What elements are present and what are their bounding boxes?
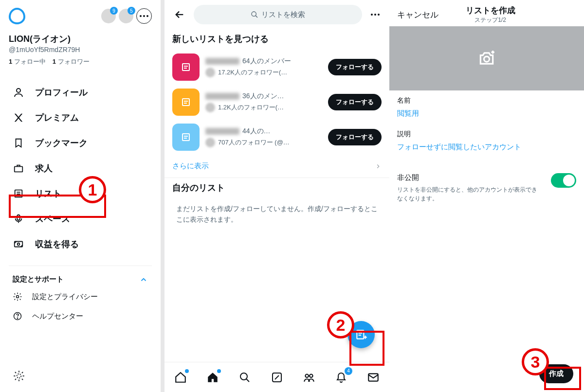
suggested-list-row[interactable]: 44人の… 707人のフォロワー (@… フォローする	[164, 120, 389, 155]
sun-icon	[13, 370, 25, 382]
follow-list-button[interactable]: フォローする	[328, 129, 382, 145]
svg-point-8	[17, 296, 19, 298]
list-followers: 707人のフォロワー (@…	[218, 138, 290, 147]
follow-stats: 1 フォロー中 1 フォロワー	[9, 57, 152, 66]
svg-point-21	[252, 12, 256, 16]
nav-monetize[interactable]: 収益を得る	[9, 232, 152, 257]
envelope-icon	[367, 371, 380, 384]
followers-stat[interactable]: 1 フォロワー	[53, 57, 90, 66]
tab-notifications[interactable]: 4	[334, 370, 348, 385]
create-list-button[interactable]: 作成	[539, 364, 573, 383]
money-icon	[13, 238, 24, 250]
svg-point-11	[17, 374, 21, 378]
own-lists-title: 自分のリスト	[164, 178, 389, 198]
search-lists-input[interactable]: リストを検索	[194, 5, 362, 24]
back-button[interactable]	[171, 6, 188, 23]
own-lists-empty-text: まだリストを作成/フォローしていません。作成/フォローするとここに表示されます。	[164, 198, 389, 225]
list-thumb-icon	[172, 53, 200, 81]
svg-line-16	[15, 372, 16, 373]
svg-line-19	[22, 372, 23, 373]
blurred-avatar	[205, 138, 215, 147]
nav-jobs[interactable]: 求人	[9, 156, 152, 181]
nav-bookmarks-label: ブックマーク	[35, 137, 88, 149]
svg-rect-1	[15, 166, 23, 172]
follow-list-button[interactable]: フォローする	[328, 59, 382, 75]
list-members: 44人の…	[242, 127, 271, 136]
name-field: 名前 閲覧用	[389, 90, 584, 120]
description-input[interactable]: フォローせずに閲覧したいアカウント	[397, 143, 576, 152]
help-icon	[13, 311, 22, 321]
suggested-list-row[interactable]: 64人のメンバー 17.2K人のフォロワー(… フォローする	[164, 50, 389, 85]
svg-point-7	[18, 243, 20, 246]
tab-search[interactable]	[237, 370, 252, 385]
blurred-avatar	[205, 103, 215, 112]
tab-communities[interactable]	[302, 370, 316, 385]
suggested-list-row[interactable]: 36人のメン… 1.2K人のフォロワー(… フォローする	[164, 85, 389, 120]
subnav-help-label: ヘルプセンター	[32, 312, 83, 321]
svg-line-22	[256, 16, 257, 18]
private-toggle[interactable]	[551, 173, 576, 188]
svg-line-17	[22, 379, 23, 380]
step-indicator: ステップ1/2	[466, 16, 515, 24]
show-more-lists[interactable]: さらに表示	[164, 155, 389, 178]
x-icon	[13, 112, 24, 124]
nav-bookmarks[interactable]: ブックマーク	[9, 130, 152, 156]
profile-avatar-icon[interactable]	[9, 8, 25, 24]
profile-handle: @1mUoYf5RmdZR79H	[9, 46, 152, 53]
person-icon	[13, 87, 24, 98]
settings-support-label: 設定とサポート	[13, 275, 64, 284]
account-avatar-1[interactable]: 9	[101, 9, 116, 23]
follow-list-button[interactable]: フォローする	[328, 94, 382, 110]
briefcase-icon	[13, 162, 24, 174]
svg-point-10	[17, 318, 18, 319]
new-dot-icon	[185, 369, 189, 373]
bottom-tab-bar: 4	[164, 362, 389, 392]
gear-icon	[13, 292, 22, 302]
banner-image-picker[interactable]	[389, 26, 584, 90]
cancel-button[interactable]: キャンセル	[397, 9, 438, 20]
name-label: 名前	[397, 96, 576, 105]
arrow-left-icon	[174, 9, 185, 20]
search-icon	[239, 372, 251, 383]
chevron-right-icon	[375, 163, 382, 170]
nav-spaces[interactable]: スペース	[9, 206, 152, 232]
subnav-settings-privacy[interactable]: 設定とプライバシー	[9, 287, 152, 306]
chevron-up-icon	[139, 275, 148, 284]
name-input[interactable]: 閲覧用	[397, 109, 576, 118]
tab-messages[interactable]	[366, 370, 381, 385]
private-label: 非公開	[397, 173, 541, 182]
blurred-avatar	[205, 68, 215, 77]
nav-profile[interactable]: プロフィール	[9, 80, 152, 105]
home-icon	[174, 371, 187, 384]
nav-premium-label: プレミアム	[35, 112, 79, 124]
compose-icon	[271, 372, 283, 383]
svg-point-41	[305, 374, 309, 377]
subnav-help-center[interactable]: ヘルプセンター	[9, 306, 152, 326]
people-icon	[303, 371, 315, 384]
nav-premium[interactable]: プレミアム	[9, 105, 152, 130]
display-theme-button[interactable]	[9, 366, 29, 386]
following-stat[interactable]: 1 フォロー中	[9, 57, 46, 66]
tab-compose[interactable]	[270, 370, 284, 385]
list-followers: 17.2K人のフォロワー(…	[218, 68, 287, 77]
more-accounts-button[interactable]	[136, 8, 152, 24]
mic-icon	[13, 213, 24, 225]
nav-jobs-label: 求人	[35, 162, 53, 174]
home-filled-icon	[206, 371, 219, 384]
account-avatar-2[interactable]: 5	[119, 9, 133, 23]
new-dot-icon	[217, 369, 221, 373]
tab-home-alt[interactable]	[173, 370, 188, 385]
nav-lists[interactable]: リスト	[9, 181, 152, 206]
create-list-fab[interactable]	[347, 321, 375, 348]
subnav-settings-label: 設定とプライバシー	[32, 292, 98, 302]
bookmark-icon	[13, 137, 24, 149]
settings-support-toggle[interactable]: 設定とサポート	[9, 273, 152, 287]
tab-home[interactable]	[205, 370, 220, 385]
notification-badge: 4	[345, 367, 352, 375]
account-badge-1: 9	[110, 7, 118, 15]
blurred-list-name	[205, 58, 239, 65]
lists-more-button[interactable]	[368, 14, 383, 16]
svg-line-40	[275, 375, 279, 379]
search-placeholder: リストを検索	[261, 10, 305, 19]
create-list-header: キャンセル リストを作成 ステップ1/2	[389, 0, 584, 26]
